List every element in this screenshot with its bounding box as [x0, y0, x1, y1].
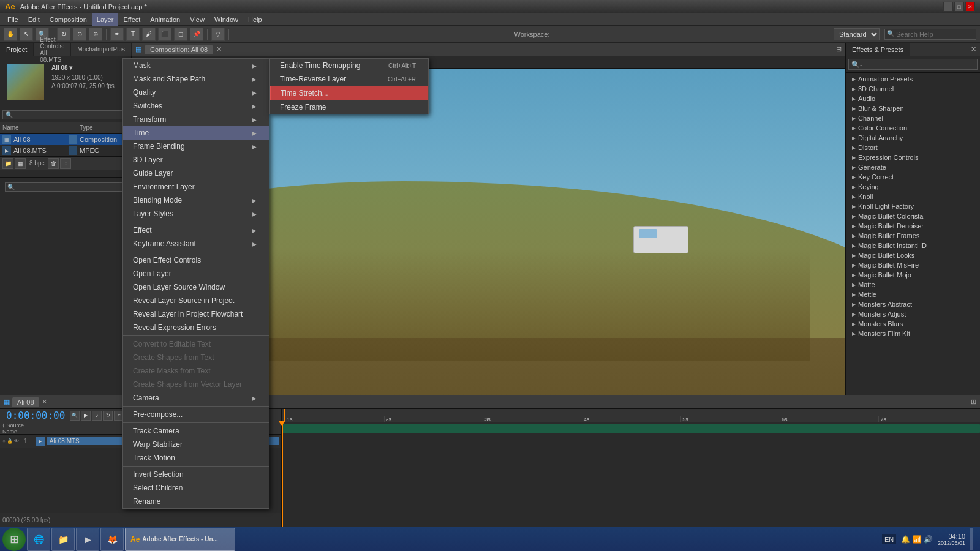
ctx-mask-shape-label: Mask and Shape Path	[133, 75, 205, 83]
submenu-arrow: ▶	[252, 130, 257, 137]
taskbar: ⊞ 🌐 📁 ▶ 🦊 Ae Adobe After Effects - Un...…	[0, 527, 980, 551]
ctx-track-motion[interactable]: Track Motion	[123, 451, 269, 465]
ctx-rename[interactable]: Rename	[123, 495, 269, 508]
submenu-arrow: ▶	[252, 197, 257, 204]
submenu-arrow: ▶	[252, 116, 257, 123]
submenu-arrow: ▶	[252, 143, 257, 150]
ctx-environment-layer-label: Environment Layer	[133, 182, 195, 191]
ctx-open-effect-controls[interactable]: Open Effect Controls	[123, 253, 269, 267]
clock-date: 2012/05/01	[938, 540, 965, 546]
ctx-open-layer-label: Open Layer	[133, 269, 172, 278]
taskbar-system-tray: EN 🔔 📶 🔊 04:10 2012/05/01	[877, 528, 978, 550]
ctx-keyframe-assistant-label: Keyframe Assistant	[133, 239, 196, 248]
ctx-reveal-layer-flowchart-label: Reveal Layer in Project Flowchart	[133, 310, 243, 318]
ctx-keyframe-assistant[interactable]: Keyframe Assistant▶	[123, 237, 269, 250]
taskbar-icons: 🔔 📶 🔊	[901, 535, 933, 544]
ctx-environment-layer[interactable]: Environment Layer	[123, 180, 269, 193]
ctx-create-shapes-vector-label: Create Shapes from Vector Layer	[133, 380, 242, 389]
ctx-quality[interactable]: Quality▶	[123, 86, 269, 99]
ctx-time[interactable]: Time▶	[123, 126, 269, 140]
ctx-track-camera-label: Track Camera	[133, 427, 179, 435]
taskbar-lang: EN	[882, 534, 896, 544]
ae-window-title: Adobe After Effects - Un...	[142, 536, 218, 542]
ctx-reveal-layer-source-project-label: Reveal Layer Source in Project	[133, 296, 234, 305]
ctx-time-label: Time	[133, 129, 149, 137]
ctx-reveal-layer-source-project[interactable]: Reveal Layer Source in Project	[123, 294, 269, 307]
ctx-convert-editable-text: Convert to Editable Text	[123, 337, 269, 351]
ctx-create-masks-text-label: Create Masks from Text	[133, 367, 210, 375]
submenu-enable-time-remapping[interactable]: Enable Time Remapping Ctrl+Alt+T	[270, 59, 428, 72]
ctx-separator	[123, 406, 269, 407]
ctx-layer-styles[interactable]: Layer Styles▶	[123, 207, 269, 220]
ctx-warp-stabilizer[interactable]: Warp Stabilizer	[123, 438, 269, 451]
ctx-separator	[123, 222, 269, 222]
ctx-open-layer-source-window-label: Open Layer Source Window	[133, 283, 225, 291]
submenu-time-reverse-layer[interactable]: Time-Reverse Layer Ctrl+Alt+R	[270, 72, 428, 86]
context-menu-overlay[interactable]: Mask▶ Mask and Shape Path▶ Quality▶ Swit…	[0, 0, 980, 551]
ctx-open-layer-source-window[interactable]: Open Layer Source Window	[123, 280, 269, 294]
ctx-warp-stabilizer-label: Warp Stabilizer	[133, 440, 183, 449]
taskbar-after-effects[interactable]: Ae Adobe After Effects - Un...	[125, 528, 235, 551]
ctx-separator	[123, 466, 269, 467]
taskbar-clock: 04:10 2012/05/01	[938, 533, 965, 546]
ctx-3d-layer[interactable]: 3D Layer	[123, 153, 269, 167]
ctx-mask-shape[interactable]: Mask and Shape Path▶	[123, 72, 269, 86]
ctx-track-motion-label: Track Motion	[133, 454, 175, 462]
ctx-camera[interactable]: Camera▶	[123, 391, 269, 405]
submenu-time-stretch-label: Time Stretch...	[281, 89, 328, 97]
ctx-camera-label: Camera	[133, 394, 159, 402]
submenu-freeze-frame[interactable]: Freeze Frame	[270, 100, 428, 114]
ctx-guide-layer-label: Guide Layer	[133, 169, 173, 178]
ctx-blending-mode[interactable]: Blending Mode▶	[123, 193, 269, 207]
ctx-frame-blending[interactable]: Frame Blending▶	[123, 140, 269, 153]
ctx-frame-blending-label: Frame Blending	[133, 142, 185, 151]
ctx-blending-mode-label: Blending Mode	[133, 196, 182, 204]
ctx-effect-label: Effect	[133, 226, 151, 234]
submenu-enable-time-remapping-label: Enable Time Remapping	[280, 61, 360, 70]
ctx-create-shapes-text: Create Shapes from Text	[123, 351, 269, 364]
layer-context-menu: Mask▶ Mask and Shape Path▶ Quality▶ Swit…	[123, 58, 270, 509]
ctx-create-shapes-vector: Create Shapes from Vector Layer	[123, 378, 269, 391]
ctx-select-children[interactable]: Select Children	[123, 481, 269, 495]
ctx-switches[interactable]: Switches▶	[123, 99, 269, 113]
clock-time: 04:10	[938, 533, 965, 540]
ctx-reveal-layer-flowchart[interactable]: Reveal Layer in Project Flowchart	[123, 307, 269, 321]
submenu-time-stretch[interactable]: Time Stretch...	[270, 86, 428, 100]
ctx-create-masks-text: Create Masks from Text	[123, 364, 269, 378]
ctx-convert-editable-text-label: Convert to Editable Text	[133, 340, 211, 348]
ctx-transform-label: Transform	[133, 115, 166, 124]
ctx-transform[interactable]: Transform▶	[123, 113, 269, 126]
ctx-invert-selection[interactable]: Invert Selection	[123, 468, 269, 481]
start-button[interactable]: ⊞	[2, 528, 26, 551]
submenu-time-reverse-layer-label: Time-Reverse Layer	[280, 75, 346, 83]
taskbar-media-player[interactable]: ▶	[76, 528, 99, 551]
taskbar-ie[interactable]: 🌐	[27, 528, 50, 551]
taskbar-firefox[interactable]: 🦊	[100, 528, 124, 551]
taskbar-explorer[interactable]: 📁	[51, 528, 75, 551]
ctx-reveal-expression-errors[interactable]: Reveal Expression Errors	[123, 321, 269, 334]
submenu-arrow: ▶	[252, 89, 257, 96]
ctx-open-effect-controls-label: Open Effect Controls	[133, 256, 201, 264]
shortcut-time-reverse-layer: Ctrl+Alt+R	[388, 76, 416, 83]
ctx-3d-layer-label: 3D Layer	[133, 156, 163, 164]
submenu-arrow: ▶	[252, 227, 257, 234]
ctx-separator	[123, 335, 269, 336]
taskbar-show-desktop[interactable]	[970, 528, 973, 550]
ctx-quality-label: Quality	[133, 88, 156, 97]
ctx-mask[interactable]: Mask▶	[123, 59, 269, 72]
ctx-separator	[123, 422, 269, 423]
submenu-arrow: ▶	[252, 241, 257, 247]
ae-icon: Ae	[130, 535, 140, 544]
ctx-switches-label: Switches	[133, 102, 162, 110]
time-submenu: Enable Time Remapping Ctrl+Alt+T Time-Re…	[270, 58, 429, 114]
ctx-open-layer[interactable]: Open Layer	[123, 267, 269, 280]
ctx-effect[interactable]: Effect▶	[123, 223, 269, 237]
ctx-pre-compose[interactable]: Pre-compose...	[123, 408, 269, 421]
submenu-arrow: ▶	[252, 76, 257, 83]
ctx-invert-selection-label: Invert Selection	[133, 470, 184, 479]
submenu-arrow: ▶	[252, 211, 257, 217]
shortcut-enable-time-remapping: Ctrl+Alt+T	[388, 62, 416, 69]
ctx-track-camera[interactable]: Track Camera	[123, 424, 269, 438]
submenu-arrow: ▶	[252, 103, 257, 110]
ctx-guide-layer[interactable]: Guide Layer	[123, 167, 269, 180]
